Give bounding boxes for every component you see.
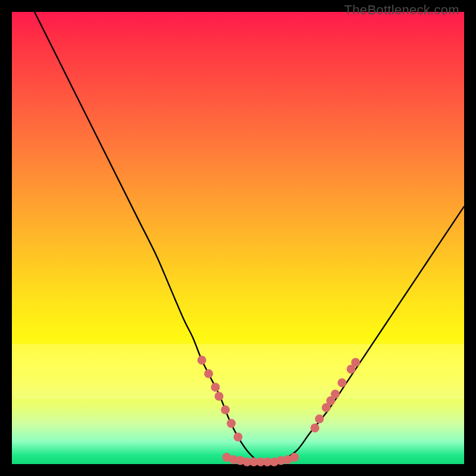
bottleneck-curve bbox=[35, 12, 464, 465]
marker-dot bbox=[351, 358, 360, 367]
marker-dot bbox=[227, 419, 236, 428]
marker-dot bbox=[198, 356, 206, 365]
watermark-text: TheBottleneck.com bbox=[345, 2, 459, 18]
marker-dot bbox=[311, 424, 320, 433]
marker-dot bbox=[234, 433, 243, 441]
marker-dot bbox=[290, 453, 299, 462]
chart-frame bbox=[12, 12, 464, 464]
marker-dot bbox=[315, 415, 324, 424]
marker-dot bbox=[215, 392, 224, 401]
marker-dot bbox=[221, 405, 230, 414]
marker-dot bbox=[337, 378, 346, 387]
marker-dot bbox=[331, 390, 340, 399]
curve-layer bbox=[12, 12, 464, 464]
marker-dot bbox=[204, 369, 213, 378]
curve-markers bbox=[198, 356, 360, 466]
marker-dot bbox=[211, 383, 220, 392]
